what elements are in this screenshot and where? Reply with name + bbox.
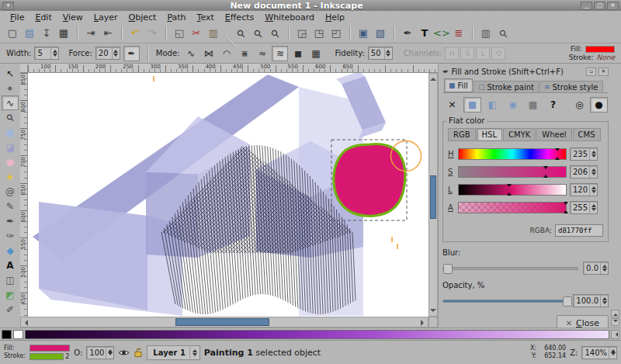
opacity-slider[interactable] <box>442 300 568 303</box>
paint-radial-gradient-button[interactable]: ◉ <box>504 97 522 113</box>
fill-rule-evenodd-button[interactable]: ◎ <box>571 97 588 113</box>
zoom-spinner[interactable]: 140% <box>581 346 617 359</box>
menu-item[interactable]: Whiteboard <box>259 12 320 23</box>
canvas[interactable] <box>28 73 428 317</box>
import-button[interactable]: ⇥ <box>82 26 99 41</box>
mode-paint-color-button[interactable]: ◼ <box>290 46 306 61</box>
paint-linear-gradient-button[interactable]: ◧ <box>484 97 501 113</box>
mode-attract-button[interactable]: ◠ <box>218 46 234 61</box>
layer-selector[interactable]: Layer 1 <box>147 345 199 360</box>
color-slider[interactable] <box>458 184 567 196</box>
close-button[interactable]: ✕ <box>607 2 619 10</box>
cut-button[interactable]: ✂ <box>188 26 205 41</box>
spiral-tool[interactable]: @ <box>2 184 19 199</box>
paint-none-button[interactable]: ✕ <box>443 97 461 113</box>
color-space-tab[interactable]: CMYK <box>503 128 536 141</box>
menu-item[interactable]: Object <box>123 12 162 23</box>
dock-scroll-down-button[interactable] <box>611 318 619 326</box>
force-spinner[interactable]: 20 <box>95 47 120 60</box>
object-opacity-spinner[interactable]: 100 <box>86 346 114 359</box>
color-slider[interactable] <box>458 166 567 178</box>
color-space-tab[interactable]: RGB <box>448 128 476 141</box>
duplicate-button[interactable]: ◲ <box>293 26 310 41</box>
pencil-tool[interactable]: ✎ <box>2 199 19 213</box>
fill-stroke-tab[interactable]: ≡Stroke style <box>539 81 603 92</box>
new-document-button[interactable]: ▢ <box>4 26 21 41</box>
color-value-spinner[interactable]: 235 <box>570 147 598 161</box>
use-pressure-toggle[interactable]: ✒ <box>123 46 140 61</box>
window-menu-button[interactable]: ▾ <box>2 2 14 10</box>
channel-toggle[interactable]: L <box>476 47 490 60</box>
mode-jitter-color-button[interactable]: ▦ <box>307 46 324 61</box>
text-dialog-button[interactable]: T <box>416 26 433 41</box>
canvas-hscrollbar[interactable] <box>20 317 428 328</box>
selector-tool[interactable]: ↖ <box>2 66 19 81</box>
opacity-spinner[interactable]: 100.0 <box>573 294 609 307</box>
channel-toggle[interactable]: H <box>445 47 459 60</box>
open-button[interactable]: ▤ <box>21 26 38 41</box>
palette-swatch[interactable] <box>13 330 23 339</box>
color-slider[interactable] <box>458 148 567 160</box>
menu-item[interactable]: Path <box>161 12 191 23</box>
panel-close-button[interactable]: ✕ <box>598 68 609 76</box>
fill-swatch[interactable] <box>585 46 615 53</box>
color-value-spinner[interactable]: 206 <box>570 165 598 179</box>
mode-repel-button[interactable]: ⋇ <box>236 46 252 61</box>
save-button[interactable]: ↧ <box>38 26 55 41</box>
group-button[interactable]: ▣ <box>355 26 372 41</box>
ruler-vertical[interactable]: 850800750700650600550500450 <box>20 73 28 317</box>
ellipse-tool[interactable]: ● <box>2 154 19 169</box>
menu-item[interactable]: Effects <box>220 12 259 23</box>
fill-stroke-dialog-button[interactable]: ✒ <box>399 26 416 41</box>
palette-swatch[interactable] <box>2 330 12 339</box>
copy-button[interactable]: ◱ <box>171 26 188 41</box>
mode-shrink-button[interactable]: ⋈ <box>200 46 217 61</box>
star-tool[interactable]: ★ <box>2 169 19 184</box>
paste-button[interactable]: ▥ <box>205 26 222 41</box>
blur-spinner[interactable]: 0.0 <box>583 262 609 275</box>
paint-bucket-tool[interactable]: ◆ <box>2 243 19 258</box>
color-value-spinner[interactable]: 255 <box>570 201 598 214</box>
paint-pattern-button[interactable]: ▦ <box>524 97 542 113</box>
width-spinner[interactable]: 5 <box>34 47 59 60</box>
text-tool[interactable]: A <box>2 258 19 272</box>
xml-editor-button[interactable]: <> <box>433 26 450 41</box>
channel-toggle[interactable]: O <box>491 47 505 60</box>
menu-item[interactable]: Edit <box>29 12 57 23</box>
redo-button[interactable]: ↷ <box>144 26 161 41</box>
paint-flat-button[interactable]: ■ <box>463 97 481 113</box>
menu-item[interactable]: Help <box>320 12 350 23</box>
print-button[interactable]: ▦ <box>55 26 72 41</box>
export-button[interactable]: ⇤ <box>99 26 116 41</box>
color-space-tab[interactable]: HSL <box>477 128 502 141</box>
blur-slider[interactable] <box>442 267 578 270</box>
fidelity-spinner[interactable]: 50 <box>368 47 393 60</box>
color-slider[interactable] <box>458 202 567 213</box>
unlink-clone-button[interactable]: ◰ <box>328 26 345 41</box>
layer-lock-toggle[interactable] <box>134 348 143 357</box>
paint-unknown-button[interactable]: ? <box>544 97 562 113</box>
menu-item[interactable]: View <box>57 12 88 23</box>
panel-iconify-button[interactable]: ▫ <box>586 68 596 76</box>
box3d-tool[interactable]: ◪ <box>2 140 19 154</box>
maximize-button[interactable]: ▢ <box>594 2 605 10</box>
create-clone-button[interactable]: ◳ <box>310 26 328 41</box>
fill-stroke-tab[interactable]: ■Fill <box>444 78 473 92</box>
mode-push-button[interactable]: ∿ <box>182 46 199 61</box>
connector-tool[interactable]: ◫ <box>2 272 19 287</box>
hscroll-thumb[interactable] <box>175 318 269 326</box>
menu-item[interactable]: File <box>5 12 29 23</box>
selected-object[interactable] <box>334 144 405 217</box>
fill-rule-nonzero-button[interactable]: ● <box>590 97 608 113</box>
canvas-vscrollbar[interactable] <box>428 73 438 317</box>
zoom-page-button[interactable]: ⚲ <box>263 22 286 45</box>
find-button[interactable]: ⚲ <box>491 22 515 45</box>
current-fill-swatch[interactable] <box>29 345 70 352</box>
dropper-tool[interactable]: ✐ <box>2 302 19 317</box>
rgba-input[interactable] <box>555 224 603 237</box>
palette-scroll-left-button[interactable] <box>611 330 619 339</box>
layer-visibility-toggle[interactable] <box>118 348 130 357</box>
calligraphy-tool[interactable]: ✑ <box>2 228 19 243</box>
color-space-tab[interactable]: Wheel <box>536 128 571 141</box>
mode-jitter-button[interactable]: ≋ <box>272 46 288 61</box>
